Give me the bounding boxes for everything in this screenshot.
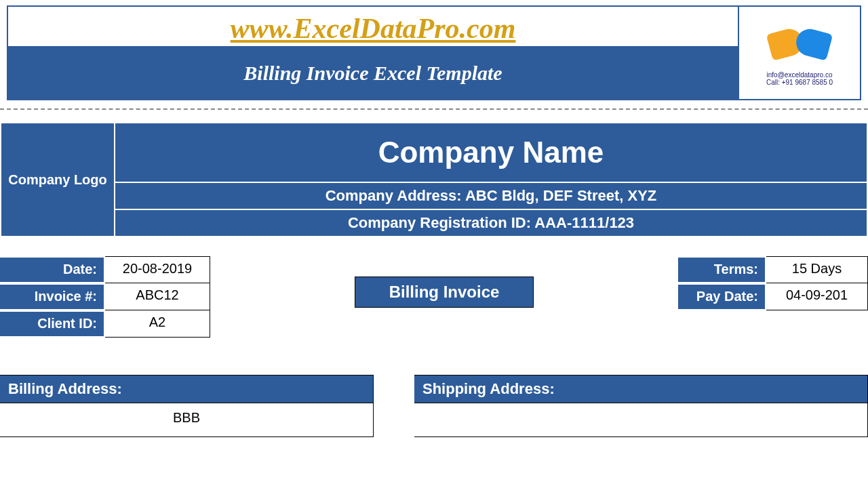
shipping-address-label: Shipping Address: xyxy=(414,375,868,403)
shipping-address-block: Shipping Address: xyxy=(414,375,868,437)
date-label: Date: xyxy=(0,256,105,283)
paydate-value[interactable]: 04-09-201 xyxy=(766,283,868,310)
paydate-row: Pay Date: 04-09-201 xyxy=(678,283,868,310)
banner-url[interactable]: www.ExcelDataPro.com xyxy=(8,7,738,47)
banner: www.ExcelDataPro.com Billing Invoice Exc… xyxy=(7,5,861,100)
date-value[interactable]: 20-08-2019 xyxy=(105,256,210,283)
company-name: Company Name xyxy=(115,122,868,183)
contact-phone: Call: +91 9687 8585 0 xyxy=(766,79,833,86)
company-address: Company Address: ABC Bldg, DEF Street, X… xyxy=(115,183,868,210)
billing-address-value[interactable]: BBB xyxy=(0,403,374,437)
contact-email: info@exceldatapro.co xyxy=(767,71,833,79)
meta-right: Terms: 15 Days Pay Date: 04-09-201 xyxy=(678,256,868,310)
document-title: Billing Invoice xyxy=(355,277,534,308)
company-block: Company Logo Company Name Company Addres… xyxy=(0,122,868,237)
terms-label: Terms: xyxy=(678,256,766,283)
address-row: Billing Address: BBB Shipping Address: xyxy=(0,375,868,437)
invoice-value[interactable]: ABC12 xyxy=(105,283,210,310)
paydate-label: Pay Date: xyxy=(678,283,766,310)
invoice-row: Invoice #: ABC12 xyxy=(0,283,210,310)
company-info: Company Name Company Address: ABC Bldg, … xyxy=(115,122,868,237)
banner-contact: info@exceldatapro.co Call: +91 9687 8585… xyxy=(738,7,860,99)
terms-row: Terms: 15 Days xyxy=(678,256,868,283)
client-value[interactable]: A2 xyxy=(105,310,210,338)
invoice-label: Invoice #: xyxy=(0,283,105,310)
date-row: Date: 20-08-2019 xyxy=(0,256,210,283)
banner-subtitle: Billing Invoice Excel Template xyxy=(8,47,738,99)
separator xyxy=(0,108,868,110)
company-logo-cell: Company Logo xyxy=(0,122,115,237)
client-label: Client ID: xyxy=(0,310,105,338)
terms-value[interactable]: 15 Days xyxy=(766,256,868,283)
handshake-icon xyxy=(769,20,830,67)
client-row: Client ID: A2 xyxy=(0,310,210,338)
meta-left: Date: 20-08-2019 Invoice #: ABC12 Client… xyxy=(0,256,210,338)
company-registration: Company Registration ID: AAA-1111/123 xyxy=(115,210,868,237)
billing-address-label: Billing Address: xyxy=(0,375,374,403)
banner-left: www.ExcelDataPro.com Billing Invoice Exc… xyxy=(8,7,738,99)
meta-row: Date: 20-08-2019 Invoice #: ABC12 Client… xyxy=(0,256,868,338)
center-title-wrap: Billing Invoice xyxy=(210,256,678,308)
billing-address-block: Billing Address: BBB xyxy=(0,375,374,437)
shipping-address-value[interactable] xyxy=(414,403,868,437)
